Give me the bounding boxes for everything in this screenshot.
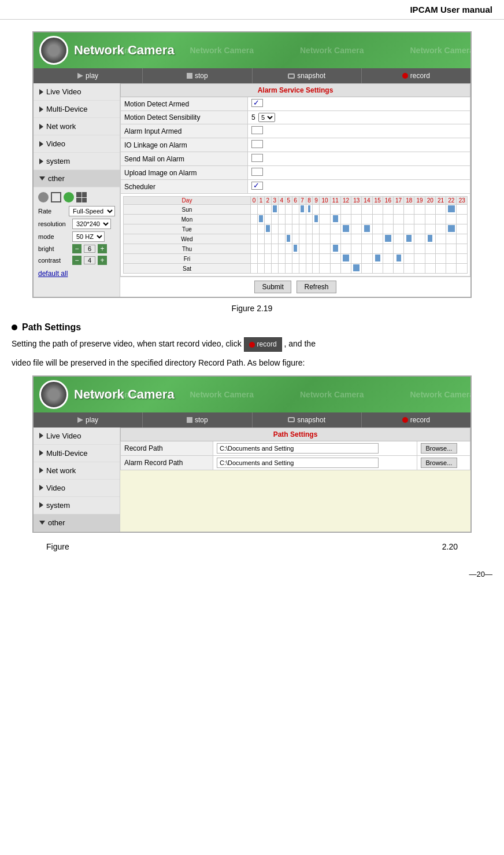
- stop-button-2[interactable]: stop: [143, 412, 252, 428]
- figure-caption-1: Figure 2.19: [12, 304, 492, 313]
- record-button-2[interactable]: record: [362, 412, 470, 428]
- sidebar-item-system-2[interactable]: system: [34, 497, 120, 514]
- alarm-record-path-input[interactable]: [217, 458, 379, 468]
- sidebar-item-multidevice-2[interactable]: Multi-Device: [34, 445, 120, 462]
- page-footer: —20—: [0, 566, 504, 582]
- sidebar-item-network-2[interactable]: Net work: [34, 462, 120, 480]
- nc-title-1: Network Camera: [74, 43, 175, 58]
- page-header: IPCAM User manual: [0, 0, 504, 20]
- nc-title-2: Network Camera: [74, 387, 175, 402]
- sidebar-item-multidevice[interactable]: Multi-Device: [34, 101, 120, 118]
- camera-logo-2: [39, 380, 68, 409]
- arrow-down-icon: [39, 521, 45, 525]
- rate-select[interactable]: Full-Speed: [69, 206, 115, 216]
- refresh-button[interactable]: Refresh: [297, 281, 336, 293]
- sidebar-item-other-2[interactable]: other: [34, 514, 120, 532]
- record-path-input[interactable]: [217, 443, 379, 454]
- bright-plus-button[interactable]: +: [98, 244, 107, 253]
- contrast-minus-button[interactable]: −: [72, 256, 81, 265]
- circle-icon: [38, 192, 49, 202]
- page-number: —20—: [469, 570, 492, 578]
- sidebar-item-video[interactable]: Video: [34, 135, 120, 153]
- green-circle-icon: [64, 192, 74, 202]
- play-icon: [77, 73, 83, 79]
- path-camera-ui: Network Camera Network Camera Network Ca…: [32, 375, 472, 533]
- upload-image-checkbox[interactable]: [251, 168, 263, 176]
- icon-row: [38, 192, 115, 202]
- mode-control: mode 50 HZ: [38, 231, 115, 242]
- send-mail-checkbox[interactable]: [251, 154, 263, 162]
- snapshot-button-2[interactable]: snapshot: [253, 412, 362, 428]
- scheduler-header: Day 012 345 678 91011 121314 151617 1819…: [124, 197, 468, 205]
- play-button-2[interactable]: play: [34, 412, 143, 428]
- bright-value: 6: [84, 245, 95, 253]
- play-button[interactable]: play: [34, 68, 143, 83]
- stop-icon: [187, 73, 192, 79]
- table-row: Alarm Input Armed: [121, 124, 470, 138]
- record-button[interactable]: record: [362, 68, 470, 83]
- snapshot-button[interactable]: snapshot: [253, 68, 362, 83]
- resolution-control: resolution 320*240: [38, 219, 115, 229]
- sidebar-item-livevideo[interactable]: Live Video: [34, 83, 120, 101]
- resolution-select[interactable]: 320*240: [72, 219, 111, 229]
- table-row: Motion Detect Armed: [121, 97, 470, 111]
- alarm-settings-title: Alarm Service Settings: [121, 84, 470, 97]
- sidebar-controls: Rate Full-Speed resolution 320*240 mode: [34, 187, 120, 282]
- record-path-browse-button[interactable]: Browse...: [421, 443, 458, 454]
- scheduler-thu: Thu: [124, 244, 468, 254]
- arrow-down-icon: [39, 176, 45, 180]
- contrast-value: 4: [84, 256, 95, 264]
- alarm-record-path-browse-button[interactable]: Browse...: [421, 458, 458, 468]
- table-row: Scheduler: [121, 180, 470, 194]
- sidebar-1: Live Video Multi-Device Net work Video s…: [34, 83, 120, 297]
- arrow-right-icon: [39, 502, 43, 508]
- snapshot-icon-2: [288, 417, 295, 422]
- record-icon-2: [402, 417, 408, 423]
- table-row: Alarm Record Path Browse...: [121, 455, 470, 470]
- manual-title: IPCAM User manual: [410, 5, 492, 14]
- alarm-input-armed-checkbox[interactable]: [251, 126, 263, 134]
- scheduler-wed: Wed: [124, 234, 468, 244]
- scheduler-table: Day 012 345 678 91011 121314 151617 1819…: [123, 196, 468, 274]
- stop-icon-2: [187, 417, 192, 423]
- sidebar-item-video-2[interactable]: Video: [34, 480, 120, 497]
- alarm-camera-ui: Network Camera Network Camera Network Ca…: [32, 31, 472, 298]
- figure-caption-left: Figure: [46, 542, 69, 551]
- arrow-right-icon: [39, 141, 43, 147]
- scheduler-sat: Sat: [124, 264, 468, 274]
- bright-minus-button[interactable]: −: [72, 244, 81, 253]
- arrow-right-icon: [39, 485, 43, 491]
- default-all-link[interactable]: default all: [38, 270, 115, 278]
- scheduler-checkbox[interactable]: [251, 182, 263, 190]
- path-settings-description-2: video file will be preserved in the spec…: [12, 356, 492, 369]
- arrow-right-icon: [39, 433, 43, 438]
- sidebar-item-livevideo-2[interactable]: Live Video: [34, 428, 120, 445]
- action-buttons-1: Submit Refresh: [120, 277, 470, 297]
- arrow-right-icon: [39, 106, 43, 112]
- figure-caption-right: 2.20: [442, 542, 458, 551]
- path-settings-title: Path Settings: [121, 428, 470, 441]
- io-linkage-checkbox[interactable]: [251, 140, 263, 148]
- sidebar-item-cther[interactable]: cther: [34, 170, 120, 187]
- nc-header-1: Network Camera Network Camera Network Ca…: [34, 32, 470, 68]
- stop-button[interactable]: stop: [143, 68, 252, 83]
- square-icon: [51, 192, 61, 202]
- sidebar-item-network[interactable]: Net work: [34, 118, 120, 135]
- motion-detect-armed-checkbox[interactable]: [251, 99, 263, 107]
- bright-control: bright − 6 +: [38, 244, 115, 253]
- play-icon-2: [77, 417, 83, 423]
- sidebar-item-system[interactable]: system: [34, 153, 120, 170]
- mode-select[interactable]: 50 HZ: [72, 231, 105, 242]
- grid-icon: [76, 192, 87, 202]
- scheduler-tue: Tue: [124, 224, 468, 234]
- table-row: Send Mail on Alarm: [121, 152, 470, 166]
- sensibility-select[interactable]: 5: [258, 113, 275, 122]
- arrow-right-icon: [39, 450, 43, 456]
- submit-button[interactable]: Submit: [254, 281, 291, 293]
- main-body-2: Live Video Multi-Device Net work Video s…: [34, 428, 470, 532]
- contrast-plus-button[interactable]: +: [98, 256, 107, 265]
- bullet-icon: [12, 325, 17, 330]
- table-row: Upload Image on Alarm: [121, 166, 470, 180]
- content-panel-2: Path Settings Record Path Browse...: [120, 428, 470, 532]
- record-btn-inline: record: [244, 337, 282, 352]
